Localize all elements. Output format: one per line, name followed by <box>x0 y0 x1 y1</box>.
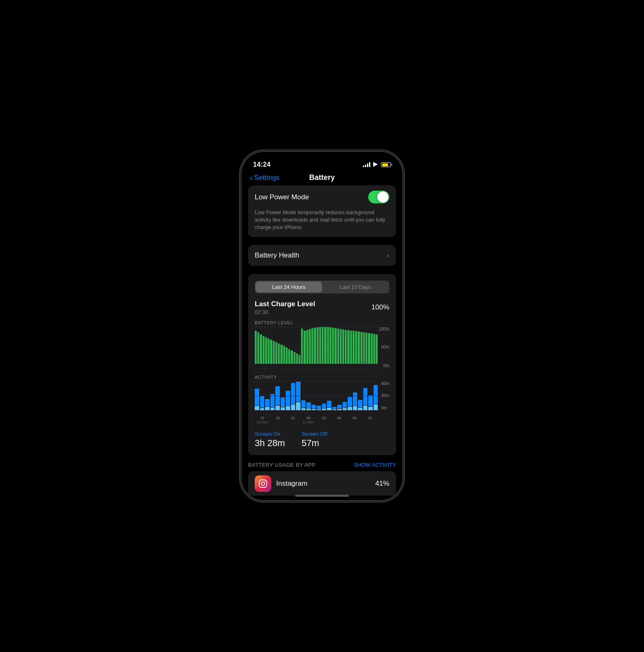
svg-point-2 <box>265 481 266 482</box>
chart-x-time: 09 <box>347 416 362 420</box>
screen-off-bar <box>286 406 290 410</box>
screen-off-label: Screen Off <box>301 431 327 437</box>
screen-on-bar <box>301 400 306 408</box>
segment-24h[interactable]: Last 24 Hours <box>256 281 322 293</box>
low-power-mode-card: Low Power Mode Low Power Mode temporaril… <box>248 185 396 237</box>
screen-off-bar <box>306 409 311 410</box>
charge-info: Last Charge Level 07:30 100% <box>248 297 396 317</box>
screen-off-bar <box>281 407 285 410</box>
chart-x-time: 18 <box>270 416 285 420</box>
screen-off-bar <box>368 407 373 410</box>
low-power-mode-section: Low Power Mode Low Power Mode temporaril… <box>242 185 402 237</box>
activity-bar-group <box>358 400 362 410</box>
chart-x-date: 12 Nov <box>255 420 270 424</box>
battery-bar <box>298 355 301 364</box>
battery-bar <box>288 349 290 364</box>
battery-y-0: 0% <box>384 364 389 368</box>
activity-bars <box>255 381 389 410</box>
battery-level-label: BATTERY LEVEL <box>255 320 389 325</box>
screen-off-bar <box>322 409 327 410</box>
battery-bar <box>263 336 265 364</box>
battery-bar <box>294 352 296 364</box>
activity-bar-group <box>275 386 280 410</box>
screen-on-bar <box>255 389 259 406</box>
segment-10d[interactable]: Last 10 Days <box>322 281 388 293</box>
battery-bar <box>329 327 331 364</box>
activity-bar-group <box>281 397 285 410</box>
activity-bar-group <box>353 392 358 410</box>
screen-off-bar <box>374 404 378 410</box>
segment-container: Last 24 Hours Last 10 Days <box>248 274 396 297</box>
chart-x-date: 13 Nov <box>301 420 316 424</box>
app-usage-card: Instagram 41% Safari 13% <box>248 471 396 496</box>
battery-bar <box>260 334 262 364</box>
battery-bar <box>355 331 357 364</box>
battery-health-label: Battery Health <box>255 251 299 260</box>
screen-on-bar <box>374 385 378 404</box>
battery-bar <box>334 328 336 364</box>
chart-x-time: 03 <box>316 416 331 420</box>
battery-bar <box>363 332 365 364</box>
screen-off-bar <box>348 407 352 410</box>
battery-usage-header: BATTERY USAGE BY APP SHOW ACTIVITY <box>242 455 402 471</box>
screen-on-bar <box>275 386 280 405</box>
battery-bar <box>265 337 267 364</box>
activity-bar-group <box>348 397 352 410</box>
screen-on-bar <box>348 397 352 406</box>
screen-off-bar <box>265 407 270 410</box>
battery-bar <box>324 327 326 364</box>
back-chevron-icon: ‹ <box>250 173 253 182</box>
wifi-icon: ⯈ <box>373 161 379 168</box>
home-indicator[interactable] <box>295 495 349 497</box>
screen-on-bar <box>343 402 347 408</box>
svg-rect-0 <box>259 480 267 487</box>
activity-bar-group <box>296 381 301 410</box>
screen-off-bar <box>270 408 275 410</box>
show-activity-button[interactable]: SHOW ACTIVITY <box>354 462 396 468</box>
battery-bar <box>317 327 319 364</box>
chart-x-group: 12 <box>362 416 378 424</box>
battery-bar <box>291 350 293 364</box>
battery-bar <box>311 328 313 364</box>
battery-bar <box>340 329 342 364</box>
charge-percent: 100% <box>372 303 389 312</box>
activity-bar-group <box>317 406 321 410</box>
battery-level-section: BATTERY LEVEL 100% 50% 0% <box>248 317 396 371</box>
phone-screen: 14:24 ⯈ ‹ Settings <box>242 152 402 500</box>
instagram-app-name: Instagram <box>276 480 370 488</box>
battery-bar <box>270 340 272 364</box>
low-power-mode-toggle[interactable] <box>368 191 389 203</box>
app-row-instagram[interactable]: Instagram 41% <box>248 471 396 496</box>
activity-bar-group <box>337 405 342 410</box>
battery-health-row[interactable]: Battery Health › <box>248 245 396 266</box>
screen-on-bar <box>332 407 337 409</box>
screen-off-bar <box>296 402 301 410</box>
battery-bar <box>368 333 370 364</box>
battery-bar <box>337 328 339 364</box>
back-button[interactable]: ‹ Settings <box>250 173 279 182</box>
activity-y-30: 30m <box>381 393 389 398</box>
activity-y-labels: 60m 30m 0m <box>381 381 389 410</box>
screen-off-bar <box>291 404 296 410</box>
screen-on-bar <box>296 381 301 402</box>
low-power-mode-row: Low Power Mode <box>248 185 396 209</box>
battery-y-50: 50% <box>381 345 389 350</box>
activity-chart: 60m 30m 0m <box>255 381 389 414</box>
screen-on-bar <box>322 404 327 408</box>
screen-off-bar <box>255 406 259 410</box>
screen-off-bar <box>363 406 368 410</box>
battery-bar <box>350 331 352 364</box>
activity-bar-group <box>270 394 275 410</box>
activity-bar-group <box>306 402 311 410</box>
battery-bar <box>306 330 308 364</box>
screen-on-bar <box>286 391 290 406</box>
battery-bar <box>283 346 285 364</box>
screen-on-bar <box>265 399 270 406</box>
screen-on-value: 3h 28m <box>255 438 285 449</box>
battery-bar <box>314 328 316 364</box>
charge-title: Last Charge Level <box>255 300 315 308</box>
phone-frame: 14:24 ⯈ ‹ Settings <box>242 152 402 500</box>
status-icons: ⯈ <box>363 161 391 168</box>
scroll-content[interactable]: Low Power Mode Low Power Mode temporaril… <box>242 185 402 496</box>
screen-on-bar <box>281 397 285 407</box>
